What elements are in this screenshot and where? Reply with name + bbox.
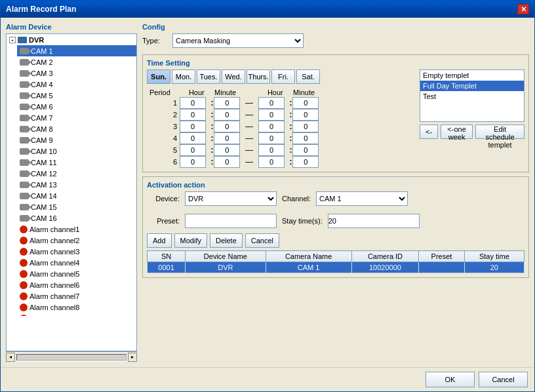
h2-3[interactable] bbox=[258, 121, 285, 132]
scroll-right-btn[interactable]: ▸ bbox=[128, 353, 137, 362]
day-btn-tues[interactable]: Tues. bbox=[197, 69, 220, 84]
tree-cam-16[interactable]: CAM 16 bbox=[17, 212, 136, 224]
cancel-btn[interactable]: Cancel bbox=[479, 372, 528, 387]
m2-2[interactable] bbox=[292, 109, 319, 121]
tree-cam-9[interactable]: CAM 9 bbox=[17, 134, 136, 146]
table-row-1[interactable]: 0001 DVR CAM 1 10020000 20 bbox=[148, 262, 525, 273]
tree-alarm-7[interactable]: Alarm channel7 bbox=[17, 290, 136, 302]
expand-icon[interactable]: - bbox=[9, 37, 16, 43]
tree-cam-15[interactable]: CAM 15 bbox=[17, 201, 136, 212]
cam-icon-3 bbox=[20, 70, 29, 77]
day-btn-fri[interactable]: Fri. bbox=[271, 69, 295, 84]
tree-alarm-3[interactable]: Alarm channel3 bbox=[17, 246, 136, 257]
template-item-empty-templet[interactable]: Empty templet bbox=[420, 70, 524, 81]
cam-icon-14 bbox=[20, 193, 29, 199]
arrow-btn[interactable]: <- bbox=[420, 125, 438, 139]
h2-4[interactable] bbox=[258, 132, 285, 144]
modify-btn[interactable]: Modify bbox=[174, 233, 207, 248]
right-panel: Config Type: Camera Masking Motion Detec… bbox=[142, 23, 529, 362]
stay-input[interactable] bbox=[328, 214, 420, 228]
period-row-1: 1 : — : bbox=[147, 97, 324, 109]
tree-alarm-1[interactable]: Alarm channel1 bbox=[17, 224, 136, 235]
device-select[interactable]: DVR bbox=[185, 191, 277, 206]
template-list: Empty templetFull Day TempletTest bbox=[420, 69, 525, 122]
preset-input[interactable] bbox=[185, 214, 277, 228]
day-btn-mon[interactable]: Mon. bbox=[172, 69, 195, 84]
camera-list: CAM 1CAM 2CAM 3CAM 4CAM 5CAM 6CAM 7CAM 8… bbox=[7, 45, 136, 224]
edit-schedule-btn[interactable]: Edit schedule templet bbox=[475, 125, 525, 139]
m1-2[interactable] bbox=[214, 109, 240, 121]
m1-1[interactable] bbox=[214, 97, 240, 109]
m1-3[interactable] bbox=[214, 121, 240, 132]
m1-6[interactable] bbox=[214, 156, 240, 168]
tree-cam-7[interactable]: CAM 7 bbox=[17, 112, 136, 123]
tree-alarm-5[interactable]: Alarm channel5 bbox=[17, 268, 136, 279]
h1-6[interactable] bbox=[180, 156, 206, 168]
h1-4[interactable] bbox=[180, 132, 206, 144]
tree-alarm-8[interactable]: Alarm channel8 bbox=[17, 302, 136, 313]
add-btn[interactable]: Add bbox=[147, 233, 172, 248]
cam-icon-6 bbox=[20, 104, 29, 110]
h1-5[interactable] bbox=[180, 144, 206, 156]
cam-icon-12 bbox=[20, 170, 29, 177]
tree-cam-13[interactable]: CAM 13 bbox=[17, 179, 136, 190]
h2-1[interactable] bbox=[258, 97, 285, 109]
tree-cam-10[interactable]: CAM 10 bbox=[17, 146, 136, 157]
day-btn-sun[interactable]: Sun. bbox=[147, 69, 170, 84]
cam-icon-5 bbox=[20, 92, 29, 99]
m1-5[interactable] bbox=[214, 144, 240, 156]
tree-cam-4[interactable]: CAM 4 bbox=[17, 79, 136, 90]
h1-3[interactable] bbox=[180, 121, 206, 132]
ok-btn[interactable]: OK bbox=[426, 372, 475, 387]
day-btn-sat[interactable]: Sat. bbox=[296, 69, 320, 84]
device-row: Device: DVR Channel: CAM 1CAM 2CAM 3CAM … bbox=[147, 191, 408, 206]
channel-select[interactable]: CAM 1CAM 2CAM 3CAM 4 bbox=[316, 191, 408, 206]
schedule-buttons: <- <-one week Edit schedule templet bbox=[420, 125, 525, 139]
tree-cam-8[interactable]: CAM 8 bbox=[17, 123, 136, 134]
tree-alarm-4[interactable]: Alarm channel4 bbox=[17, 257, 136, 268]
tree-cam-14[interactable]: CAM 14 bbox=[17, 190, 136, 201]
tree-cam-6[interactable]: CAM 6 bbox=[17, 101, 136, 112]
type-select[interactable]: Camera Masking Motion Detection Video Lo… bbox=[172, 33, 304, 48]
tree-cam-2[interactable]: CAM 2 bbox=[17, 56, 136, 68]
tree-alarm-6[interactable]: Alarm channel6 bbox=[17, 279, 136, 290]
cancel-action-btn[interactable]: Cancel bbox=[245, 233, 279, 248]
m2-6[interactable] bbox=[292, 156, 319, 168]
m2-5[interactable] bbox=[292, 144, 319, 156]
one-week-btn[interactable]: <-one week bbox=[441, 125, 473, 139]
h2-6[interactable] bbox=[258, 156, 285, 168]
content-area: Alarm Device - DVR CAM 1CAM 2CAM 3CAM 4C… bbox=[1, 18, 534, 367]
tree-cam-5[interactable]: CAM 5 bbox=[17, 90, 136, 101]
h2-5[interactable] bbox=[258, 144, 285, 156]
cam-icon-1 bbox=[20, 48, 29, 54]
scroll-left-btn[interactable]: ◂ bbox=[6, 353, 15, 362]
m2-1[interactable] bbox=[292, 97, 319, 109]
config-row: Type: Camera Masking Motion Detection Vi… bbox=[142, 33, 529, 48]
preset-label: Preset: bbox=[147, 217, 180, 225]
tree-alarm-9[interactable]: Alarm channel9 bbox=[17, 313, 136, 316]
close-button[interactable]: ✕ bbox=[517, 4, 529, 14]
h1-2[interactable] bbox=[180, 109, 206, 121]
day-btn-wed[interactable]: Wed. bbox=[222, 69, 245, 84]
tree-cam-1[interactable]: CAM 1 bbox=[17, 45, 136, 56]
tree-dvr[interactable]: - DVR bbox=[7, 34, 136, 45]
tree-cam-11[interactable]: CAM 11 bbox=[17, 157, 136, 168]
tree-cam-12[interactable]: CAM 12 bbox=[17, 168, 136, 179]
m2-4[interactable] bbox=[292, 132, 319, 144]
template-item-test[interactable]: Test bbox=[420, 91, 524, 102]
col-stay: Stay time bbox=[464, 251, 524, 262]
h2-2[interactable] bbox=[258, 109, 285, 121]
template-item-full-day-templet[interactable]: Full Day Templet bbox=[420, 81, 524, 91]
hscroll-bar[interactable] bbox=[16, 354, 127, 361]
m2-3[interactable] bbox=[292, 121, 319, 132]
h1-1[interactable] bbox=[180, 97, 206, 109]
alarm-icon-3 bbox=[20, 248, 28, 256]
day-btn-thurs[interactable]: Thurs. bbox=[247, 69, 270, 84]
alarm-icon-1 bbox=[20, 225, 28, 233]
tree-cam-3[interactable]: CAM 3 bbox=[17, 68, 136, 79]
delete-btn[interactable]: Delete bbox=[210, 233, 243, 248]
tree-alarm-2[interactable]: Alarm channel2 bbox=[17, 235, 136, 246]
m1-4[interactable] bbox=[214, 132, 240, 144]
main-window: Alarm Record Plan ✕ Alarm Device - DVR C… bbox=[0, 0, 535, 392]
data-table: SN Device Name Camera Name Camera ID Pre… bbox=[147, 250, 525, 273]
